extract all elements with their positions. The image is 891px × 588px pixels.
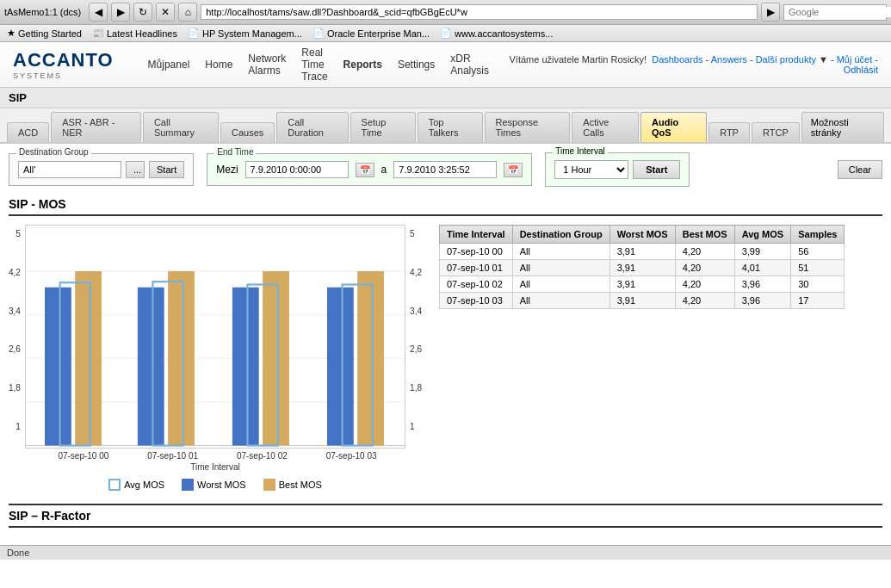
col-header-worst: Worst MOS [609,226,675,244]
logout-link[interactable]: Odhlásit [844,65,878,75]
browser-title: tAsMemo1:1 (dcs) [4,7,81,17]
chart-plot [25,225,405,449]
nav-mujpanel[interactable]: Můjpanel [148,59,190,71]
destination-group-browse-button[interactable]: ... [126,161,145,178]
bookmark-latest-headlines[interactable]: 📰 Latest Headlines [92,28,177,39]
chart-svg [26,226,405,448]
cell-samples: 56 [791,244,845,260]
tabs-bar: ACD ASR - ABR - NER Call Summary Causes … [0,108,891,144]
end-date-input[interactable] [393,161,497,178]
bookmarks-bar: ★ Getting Started 📰 Latest Headlines 📄 H… [0,25,891,42]
cell-samples: 17 [791,293,845,309]
nav-settings[interactable]: Settings [398,59,435,71]
more-products-link[interactable]: Další produkty [756,54,816,65]
cell-worst: 3,91 [609,260,675,276]
page-icon-1: 📄 [188,28,200,39]
nav-network-alarms[interactable]: Network Alarms [248,53,286,77]
tab-causes[interactable]: Causes [220,122,275,142]
page-icon-2: 📄 [312,28,325,39]
refresh-button[interactable]: ↻ [133,3,152,22]
forward-button[interactable]: ▶ [111,3,130,22]
nav-reports[interactable]: Reports [343,59,382,71]
bookmark-getting-started[interactable]: ★ Getting Started [7,28,82,39]
destination-group-input[interactable] [18,161,121,178]
main-nav: Můjpanel Home Network Alarms Real Time T… [148,46,489,83]
destination-group-start-button[interactable]: Start [149,161,184,178]
cell-worst: 3,91 [609,244,675,260]
page-icon-3: 📄 [440,28,452,39]
legend-worst-icon [182,479,194,491]
nav-home[interactable]: Home [205,59,232,71]
section-label: SIP [9,91,27,104]
rss-icon: 📰 [92,28,104,39]
chart-wrapper: 5 4,2 3,4 2,6 1,8 1 [9,225,422,491]
bar-worst-1 [138,288,164,446]
y-axis-left: 5 4,2 3,4 2,6 1,8 1 [9,225,25,449]
dashboards-link[interactable]: Dashboards [652,54,702,65]
welcome-text: Vítáme uživatele Martin Rosicky! [510,54,647,65]
tab-audio-qos[interactable]: Audio QoS [640,112,707,142]
time-interval-select[interactable]: 1 Hour 30 Minutes 15 Minutes 5 Minutes [554,160,628,179]
logo-sub: SYSTEMS [13,71,114,80]
chart-area: 5 4,2 3,4 2,6 1,8 1 [9,225,422,449]
col-header-dest: Destination Group [512,226,609,244]
cell-interval: 07-sep-10 02 [440,276,513,293]
address-bar[interactable] [201,4,758,20]
back-button[interactable]: ◀ [89,3,108,22]
tab-call-duration[interactable]: Call Duration [276,112,348,142]
search-bar[interactable]: 🔍 [783,4,887,21]
mos-table: Time Interval Destination Group Worst MO… [439,225,845,309]
tab-setup-time[interactable]: Setup Time [350,112,416,142]
cell-avg: 3,96 [734,276,791,293]
user-info: Vítáme uživatele Martin Rosicky! Dashboa… [489,54,878,75]
tab-response-times[interactable]: Response Times [485,112,571,142]
cell-interval: 07-sep-10 00 [440,244,513,260]
cell-avg: 3,99 [734,244,791,260]
cell-interval: 07-sep-10 01 [440,260,513,276]
mos-table-wrapper: Time Interval Destination Group Worst MO… [439,225,845,309]
cell-dest: All [512,293,609,309]
bookmark-hp[interactable]: 📄 HP System Managem... [188,28,302,39]
nav-xdr-analysis[interactable]: xDR Analysis [450,53,489,77]
tab-top-talkers[interactable]: Top Talkers [418,112,483,142]
my-account-link[interactable]: Můj účet [837,54,873,65]
start-date-calendar-button[interactable]: 📅 [356,163,374,177]
cell-best: 4,20 [675,276,734,293]
bookmark-oracle[interactable]: 📄 Oracle Enterprise Man... [312,28,430,39]
stop-button[interactable]: ✕ [156,3,175,22]
legend-best-icon [263,479,275,491]
tab-rtp[interactable]: RTP [708,122,750,142]
tab-rtcp[interactable]: RTCP [752,122,800,142]
answers-link[interactable]: Answers [711,54,747,65]
nav-real-time-trace[interactable]: Real Time Trace [301,46,327,83]
clear-button[interactable]: Clear [838,160,882,179]
time-interval-start-button[interactable]: Start [633,160,680,179]
tab-call-summary[interactable]: Call Summary [143,112,219,142]
legend-best-mos: Best MOS [263,479,322,491]
tab-options-button[interactable]: Možnosti stránky [801,112,884,142]
tab-asr-abr-ner[interactable]: ASR - ABR - NER [51,112,141,142]
chart-legend: Avg MOS Worst MOS Best MOS [9,479,422,491]
x-axis-title: Time Interval [9,462,422,472]
tab-acd[interactable]: ACD [7,122,49,142]
browser-titlebar: tAsMemo1:1 (dcs) ◀ ▶ ↻ ✕ ⌂ ▶ 🔍 [0,0,891,25]
go-button[interactable]: ▶ [761,3,780,22]
star-icon: ★ [7,28,15,39]
end-date-calendar-button[interactable]: 📅 [504,163,523,177]
bookmark-accanto[interactable]: 📄 www.accantosystems... [440,28,553,39]
search-input[interactable] [789,7,891,17]
tab-active-calls[interactable]: Active Calls [572,112,639,142]
bottom-section: SIP – R-Factor [9,504,882,528]
cell-samples: 51 [791,260,845,276]
url-input[interactable] [206,7,752,17]
cell-interval: 07-sep-10 03 [440,293,513,309]
app-logo: ACCANTO SYSTEMS [13,49,114,80]
start-date-input[interactable] [245,161,349,178]
between-label: Mezi [216,164,238,176]
x-axis-labels: 07-sep-10 00 07-sep-10 01 07-sep-10 02 0… [9,451,422,461]
col-header-interval: Time Interval [440,226,513,244]
cell-dest: All [512,276,609,293]
bar-worst-0 [45,288,71,446]
home-button[interactable]: ⌂ [178,3,197,22]
bar-best-0 [75,271,102,445]
